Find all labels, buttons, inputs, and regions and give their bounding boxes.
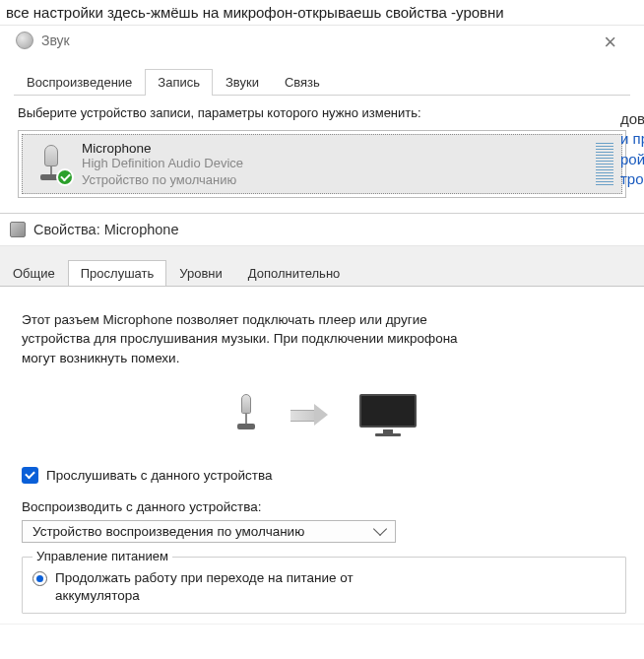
tab-communications[interactable]: Связь [272, 69, 333, 96]
playback-device-select[interactable]: Устройство воспроизведения по умолчанию [22, 520, 396, 543]
power-management-group: Управление питанием Продолжать работу пр… [22, 557, 626, 614]
sound-tabs: Воспроизведение Запись Звуки Связь [0, 53, 644, 96]
listen-description: Этот разъем Microphone позволяет подключ… [22, 310, 494, 368]
power-continue-radio[interactable] [32, 571, 47, 586]
tab-general[interactable]: Общие [0, 260, 68, 287]
page-caption: все настройки здесь-жмёшь на микрофон-от… [0, 0, 644, 25]
chevron-down-icon [373, 522, 387, 536]
arrow-right-icon [290, 404, 330, 426]
tab-recording[interactable]: Запись [145, 69, 213, 96]
properties-tabs: Общие Прослушать Уровни Дополнительно [0, 246, 644, 287]
device-list: Microphone High Definition Audio Device … [18, 130, 626, 198]
side-text-fragment: дов и пр рой тро [614, 109, 644, 189]
sound-dialog: Звук × Воспроизведение Запись Звуки Связ… [0, 25, 644, 207]
power-continue-label: Продолжать работу при переходе на питани… [55, 569, 429, 605]
tab-playback[interactable]: Воспроизведение [14, 69, 145, 96]
microphone-icon [31, 143, 72, 184]
properties-title: Свойства: Microphone [33, 222, 179, 237]
device-microphone[interactable]: Microphone High Definition Audio Device … [22, 134, 622, 194]
level-meter [596, 142, 613, 185]
default-check-icon [56, 168, 74, 186]
microphone-small-icon [231, 390, 261, 439]
playback-device-label: Воспроизводить с данного устройства: [22, 499, 626, 514]
power-management-title: Управление питанием [32, 549, 172, 563]
device-status: Устройство по умолчанию [82, 172, 590, 187]
speaker-icon [16, 32, 33, 49]
close-icon[interactable]: × [604, 32, 616, 53]
listen-diagram [22, 390, 626, 439]
tab-levels[interactable]: Уровни [166, 260, 234, 287]
playback-device-value: Устройство воспроизведения по умолчанию [32, 524, 375, 539]
tab-listen[interactable]: Прослушать [68, 260, 167, 287]
properties-icon [10, 222, 26, 237]
tab-sounds[interactable]: Звуки [213, 69, 272, 96]
listen-checkbox[interactable] [22, 467, 38, 484]
sound-dialog-title: Звук [41, 33, 70, 48]
monitor-icon [359, 394, 417, 435]
listen-checkbox-label: Прослушивать с данного устройства [46, 468, 272, 483]
device-description: High Definition Audio Device [82, 156, 590, 172]
tab-advanced[interactable]: Дополнительно [235, 260, 354, 287]
recording-prompt: Выберите устройство записи, параметры ко… [18, 105, 626, 120]
properties-dialog: Свойства: Microphone Общие Прослушать Ур… [0, 213, 644, 625]
device-name: Microphone [82, 141, 590, 156]
